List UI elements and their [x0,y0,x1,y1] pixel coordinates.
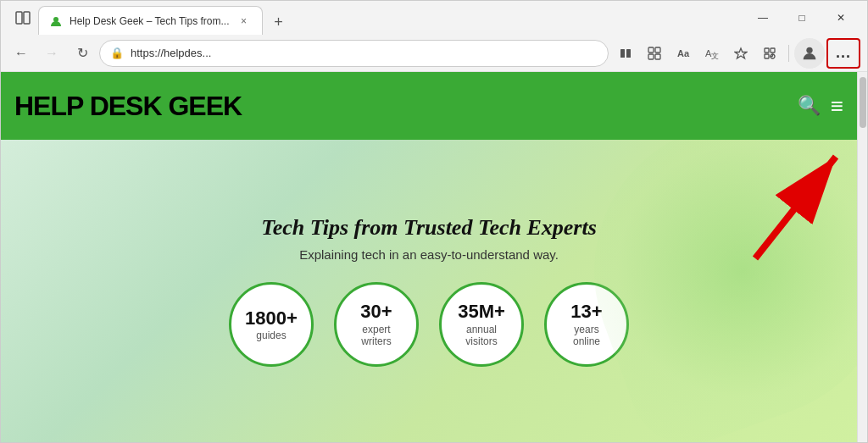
stat-guides: 1800+ guides [229,282,314,367]
hero-section: Tech Tips from Trusted Tech Experts Expl… [1,140,857,442]
toolbar-icons: Aa A 文 [612,38,860,69]
svg-rect-1 [24,12,30,24]
menu-icon[interactable]: ≡ [831,95,843,117]
minimize-button[interactable]: — [743,4,782,31]
svg-rect-6 [655,47,660,53]
svg-marker-11 [735,48,747,58]
svg-rect-0 [16,12,22,24]
address-bar[interactable]: 🔒 https://helpdes... [99,40,609,67]
browser-menu-button[interactable]: ... [826,38,860,69]
site-logo: HELP DESK GEEK [14,91,242,122]
close-window-button[interactable]: ✕ [821,4,860,31]
stat-years-label: yearsonline [573,324,600,348]
hero-bg-decoration [553,140,857,442]
profile-avatar-icon [800,44,819,63]
sidebar-toggle-button[interactable] [8,3,38,33]
svg-rect-3 [620,49,625,58]
svg-rect-8 [655,54,660,59]
extensions-button[interactable] [756,40,783,67]
tab-close-button[interactable]: × [236,14,252,29]
back-button[interactable]: ← [8,40,35,67]
hero-subtitle: Explaining tech in an easy-to-understand… [299,247,559,262]
stat-visitors: 35M+ annualvisitors [439,282,524,367]
stat-visitors-number: 35M+ [458,301,505,323]
address-text: https://helpdes... [131,47,598,59]
stat-visitors-label: annualvisitors [465,324,497,348]
nav-bar: ← → ↻ 🔒 https://helpdes... Aa A [1,35,867,72]
svg-rect-4 [626,49,631,58]
header-icons: 🔍 ≡ [798,95,843,117]
forward-button[interactable]: → [38,40,65,67]
tab-title: Help Desk Geek – Tech Tips from... [70,15,230,27]
scrollbar[interactable] [857,72,867,442]
window-controls: — □ ✕ [743,4,860,31]
immersive-reader-button[interactable]: Aa [670,40,697,67]
svg-text:文: 文 [711,52,719,60]
stat-writers: 30+ expertwriters [334,282,419,367]
page-content: HELP DESK GEEK 🔍 ≡ Tech Tips from Truste… [1,72,857,442]
toolbar-divider [788,45,789,62]
lock-icon: 🔒 [110,47,124,59]
scrollbar-thumb[interactable] [860,77,866,128]
stat-writers-number: 30+ [360,301,392,323]
svg-rect-13 [771,48,775,53]
svg-rect-7 [648,54,654,59]
reading-view-button[interactable] [612,40,639,67]
svg-point-16 [806,47,812,53]
profile-button[interactable] [794,38,825,69]
stat-guides-number: 1800+ [245,307,298,329]
active-tab[interactable]: Help Desk Geek – Tech Tips from... × [38,6,263,35]
new-tab-button[interactable]: + [266,9,292,35]
search-icon[interactable]: 🔍 [798,95,821,117]
stat-writers-label: expertwriters [361,324,391,348]
svg-rect-14 [765,54,769,58]
tab-bar: Help Desk Geek – Tech Tips from... × + [38,1,743,35]
maximize-button[interactable]: □ [782,4,821,31]
svg-rect-5 [648,47,654,53]
translate-button[interactable]: A 文 [698,40,726,67]
website-content: HELP DESK GEEK 🔍 ≡ Tech Tips from Truste… [1,72,867,442]
svg-rect-12 [765,48,769,53]
site-header: HELP DESK GEEK 🔍 ≡ [1,72,857,140]
stats-row: 1800+ guides 30+ expertwriters 35M+ annu… [229,282,629,367]
tab-groups-button[interactable] [641,40,668,67]
refresh-button[interactable]: ↻ [69,40,96,67]
stat-guides-label: guides [256,329,286,341]
tab-favicon [49,14,63,28]
hero-title: Tech Tips from Trusted Tech Experts [261,215,597,241]
favorites-button[interactable] [727,40,754,67]
